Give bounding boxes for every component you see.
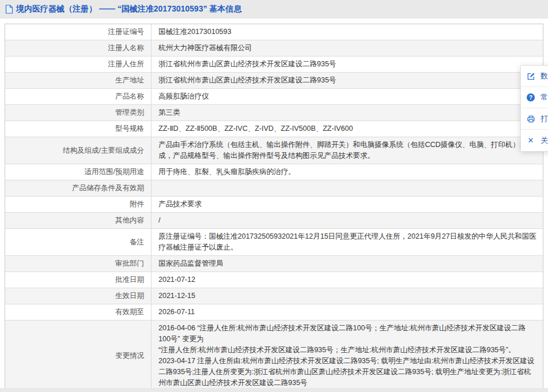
row-label-text: 产品名称	[115, 91, 144, 102]
row-label: 有效期至	[5, 304, 152, 320]
change-record-line: 2023-04-17 注册人住所由:杭州市萧山经济技术开发区建设二路935号; …	[158, 356, 537, 389]
row-value: /	[152, 213, 543, 228]
row-label-text: 有效期至	[115, 307, 144, 318]
row-value: 产品技术要求	[152, 197, 543, 212]
menu-item-label: 数据纠错	[541, 71, 548, 81]
row-label: 其他内容	[5, 213, 152, 228]
table-row: 注册证编号国械注准20173010593	[5, 24, 543, 40]
row-label: 管理类别	[5, 105, 152, 120]
page-title-text: 境内医疗器械（注册） —— “国械注准20173010593” 基本信息	[16, 4, 241, 14]
row-label: 变更情况	[5, 321, 152, 391]
row-label: 注册人名称	[5, 40, 152, 56]
row-label-text: 注册证编号	[108, 27, 145, 37]
row-label: 备注	[5, 229, 152, 255]
menu-item-data-correction[interactable]: 数据纠错	[521, 66, 548, 87]
row-label-text: 变更情况	[115, 350, 144, 361]
printer-icon	[526, 114, 535, 123]
row-label-text: 生产地址	[115, 75, 144, 86]
table-row: 产品名称高频肛肠治疗仪	[5, 89, 543, 105]
change-record-line: 2016-04-06 “注册人住所:杭州市萧山经济技术开发区建设二路100号；生…	[158, 323, 537, 345]
menu-item-label: 常见问题	[541, 92, 548, 103]
table-row: 生产地址浙江省杭州市萧山区萧山经济技术开发区建设二路935号	[5, 73, 543, 89]
change-record-line: “注册人住所:杭州市萧山经济技术开发区建设二路935号；生产地址:杭州市萧山经济…	[158, 345, 537, 356]
row-label-text: 批准日期	[115, 274, 144, 285]
menu-item-label: 关闭	[541, 135, 548, 146]
table-row: 审批部门国家药品监督管理局	[5, 256, 543, 272]
row-label: 注册人住所	[5, 56, 152, 72]
row-label: 审批部门	[5, 256, 152, 272]
row-label-text: 适用范围/预期用途	[85, 167, 144, 178]
table-row: 管理类别第三类	[5, 105, 543, 121]
question-icon: ?	[526, 93, 535, 102]
row-value: 产品由手术治疗系统（包括主机、输出操作附件、脚踏开关）和电脑摄像系统（包括CCD…	[152, 137, 543, 164]
row-label: 注册证编号	[5, 24, 152, 40]
row-label: 生产地址	[5, 73, 152, 88]
row-value: 2021-07-12	[152, 272, 543, 288]
row-label-text: 管理类别	[115, 107, 144, 118]
table-row: 生效日期2021-12-15	[5, 288, 543, 304]
row-label: 适用范围/预期用途	[5, 164, 152, 180]
row-label-text: 审批部门	[115, 258, 144, 269]
row-label-text: 产品储存条件及有效期	[72, 183, 144, 194]
menu-item-print[interactable]: 打印	[521, 108, 548, 130]
row-label: 产品名称	[5, 89, 152, 104]
table-row: 备注原注册证编号：国械注准201732505932021年12月15日同意更正代…	[5, 229, 543, 256]
row-value: 原注册证编号：国械注准201732505932021年12月15日同意更正代理人…	[152, 229, 543, 255]
row-value: 2016-04-06 “注册人住所:杭州市萧山经济技术开发区建设二路100号；生…	[152, 321, 543, 391]
row-label: 生效日期	[5, 288, 152, 304]
row-value: 用于痔疮、肛裂、乳头瘤肛肠疾病的治疗。	[152, 164, 543, 180]
floating-action-menu: 数据纠错?常见问题打印✕关闭	[520, 65, 548, 152]
table-row: 注册人住所浙江省杭州市萧山区萧山经济技术开发区建设二路935号	[5, 56, 543, 73]
row-label: 批准日期	[5, 272, 152, 288]
row-value: 国械注准20173010593	[152, 24, 543, 40]
row-label: 附件	[5, 197, 152, 212]
close-icon: ✕	[526, 136, 535, 145]
page-title: 境内医疗器械（注册） —— “国械注准20173010593” 基本信息	[5, 4, 241, 14]
row-label-text: 附件	[130, 199, 144, 210]
row-label-text: 结构及组成/主要组成成分	[63, 145, 144, 156]
info-table: 注册证编号国械注准20173010593注册人名称杭州大力神医疗器械有限公司注册…	[5, 24, 543, 392]
row-value: ZZ-ⅡD、ZZ-Ⅱ500B、ZZ-IVC、Z-IVD、ZZ-IV500B、ZZ…	[152, 121, 543, 137]
table-row: 变更情况2016-04-06 “注册人住所:杭州市萧山经济技术开发区建设二路10…	[5, 321, 543, 391]
table-row: 结构及组成/主要组成成分产品由手术治疗系统（包括主机、输出操作附件、脚踏开关）和…	[5, 137, 543, 164]
row-value: 浙江省杭州市萧山区萧山经济技术开发区建设二路935号	[152, 73, 543, 88]
table-row: 型号规格ZZ-ⅡD、ZZ-Ⅱ500B、ZZ-IVC、Z-IVD、ZZ-IV500…	[5, 121, 543, 137]
menu-item-label: 打印	[541, 114, 548, 124]
row-value: 2026-07-11	[152, 304, 543, 320]
row-value: 浙江省杭州市萧山区萧山经济技术开发区建设二路935号	[152, 56, 543, 72]
table-row: 其他内容/	[5, 213, 543, 229]
row-value: 高频肛肠治疗仪	[152, 89, 543, 104]
row-label: 产品储存条件及有效期	[5, 180, 152, 196]
table-row: 附件产品技术要求	[5, 197, 543, 213]
table-row: 批准日期2021-07-12	[5, 272, 543, 288]
row-value: 2021-12-15	[152, 288, 543, 304]
table-row: 产品储存条件及有效期	[5, 180, 543, 197]
row-value: 杭州大力神医疗器械有限公司	[152, 40, 543, 56]
table-row: 注册人名称杭州大力神医疗器械有限公司	[5, 40, 543, 56]
menu-item-faq[interactable]: ?常见问题	[521, 87, 548, 108]
row-label-text: 注册人住所	[108, 59, 145, 70]
row-label: 结构及组成/主要组成成分	[5, 137, 152, 164]
document-icon	[5, 5, 13, 14]
row-label-text: 型号规格	[115, 123, 144, 134]
footer-band	[0, 388, 548, 392]
row-label: 型号规格	[5, 121, 152, 137]
row-value: 国家药品监督管理局	[152, 256, 543, 272]
table-row: 有效期至2026-07-11	[5, 304, 543, 321]
row-value	[152, 180, 543, 196]
row-label-text: 其他内容	[115, 215, 144, 226]
row-label-text: 备注	[130, 237, 144, 248]
table-row: 适用范围/预期用途用于痔疮、肛裂、乳头瘤肛肠疾病的治疗。	[5, 164, 543, 180]
row-label-text: 注册人名称	[108, 43, 145, 54]
row-value: 第三类	[152, 105, 543, 120]
edit-icon	[526, 71, 535, 81]
row-label-text: 生效日期	[115, 291, 144, 301]
menu-item-close[interactable]: ✕关闭	[521, 130, 548, 151]
